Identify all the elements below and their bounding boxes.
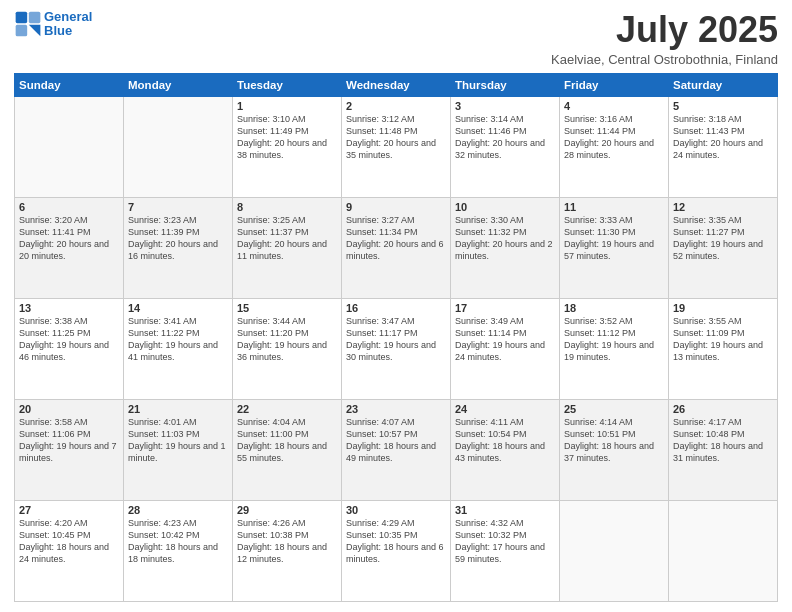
- day-number: 25: [564, 403, 664, 415]
- day-info: Sunrise: 3:16 AM Sunset: 11:44 PM Daylig…: [564, 113, 664, 162]
- day-number: 27: [19, 504, 119, 516]
- day-number: 22: [237, 403, 337, 415]
- day-number: 9: [346, 201, 446, 213]
- day-info: Sunrise: 3:20 AM Sunset: 11:41 PM Daylig…: [19, 214, 119, 263]
- day-number: 7: [128, 201, 228, 213]
- table-row: 21Sunrise: 4:01 AM Sunset: 11:03 PM Dayl…: [124, 399, 233, 500]
- table-row: 9Sunrise: 3:27 AM Sunset: 11:34 PM Dayli…: [342, 197, 451, 298]
- day-info: Sunrise: 3:35 AM Sunset: 11:27 PM Daylig…: [673, 214, 773, 263]
- day-info: Sunrise: 4:23 AM Sunset: 10:42 PM Daylig…: [128, 517, 228, 566]
- table-row: 26Sunrise: 4:17 AM Sunset: 10:48 PM Dayl…: [669, 399, 778, 500]
- day-number: 23: [346, 403, 446, 415]
- day-info: Sunrise: 3:41 AM Sunset: 11:22 PM Daylig…: [128, 315, 228, 364]
- logo: General Blue: [14, 10, 92, 39]
- col-wednesday: Wednesday: [342, 73, 451, 96]
- day-info: Sunrise: 4:11 AM Sunset: 10:54 PM Daylig…: [455, 416, 555, 465]
- month-title: July 2025: [551, 10, 778, 50]
- day-info: Sunrise: 3:12 AM Sunset: 11:48 PM Daylig…: [346, 113, 446, 162]
- logo-text: General Blue: [44, 10, 92, 39]
- day-info: Sunrise: 4:20 AM Sunset: 10:45 PM Daylig…: [19, 517, 119, 566]
- day-info: Sunrise: 3:23 AM Sunset: 11:39 PM Daylig…: [128, 214, 228, 263]
- table-row: 15Sunrise: 3:44 AM Sunset: 11:20 PM Dayl…: [233, 298, 342, 399]
- col-saturday: Saturday: [669, 73, 778, 96]
- calendar-week-row: 27Sunrise: 4:20 AM Sunset: 10:45 PM Dayl…: [15, 500, 778, 601]
- day-number: 13: [19, 302, 119, 314]
- day-number: 11: [564, 201, 664, 213]
- day-info: Sunrise: 4:14 AM Sunset: 10:51 PM Daylig…: [564, 416, 664, 465]
- calendar-week-row: 1Sunrise: 3:10 AM Sunset: 11:49 PM Dayli…: [15, 96, 778, 197]
- day-number: 19: [673, 302, 773, 314]
- table-row: [124, 96, 233, 197]
- table-row: 1Sunrise: 3:10 AM Sunset: 11:49 PM Dayli…: [233, 96, 342, 197]
- col-tuesday: Tuesday: [233, 73, 342, 96]
- calendar-week-row: 13Sunrise: 3:38 AM Sunset: 11:25 PM Dayl…: [15, 298, 778, 399]
- table-row: 5Sunrise: 3:18 AM Sunset: 11:43 PM Dayli…: [669, 96, 778, 197]
- table-row: 18Sunrise: 3:52 AM Sunset: 11:12 PM Dayl…: [560, 298, 669, 399]
- svg-rect-1: [29, 12, 41, 24]
- table-row: 31Sunrise: 4:32 AM Sunset: 10:32 PM Dayl…: [451, 500, 560, 601]
- logo-icon: [14, 10, 42, 38]
- day-info: Sunrise: 4:07 AM Sunset: 10:57 PM Daylig…: [346, 416, 446, 465]
- day-info: Sunrise: 3:27 AM Sunset: 11:34 PM Daylig…: [346, 214, 446, 263]
- day-info: Sunrise: 3:25 AM Sunset: 11:37 PM Daylig…: [237, 214, 337, 263]
- table-row: 16Sunrise: 3:47 AM Sunset: 11:17 PM Dayl…: [342, 298, 451, 399]
- day-number: 12: [673, 201, 773, 213]
- day-number: 2: [346, 100, 446, 112]
- calendar-table: Sunday Monday Tuesday Wednesday Thursday…: [14, 73, 778, 602]
- table-row: 4Sunrise: 3:16 AM Sunset: 11:44 PM Dayli…: [560, 96, 669, 197]
- day-number: 21: [128, 403, 228, 415]
- day-number: 16: [346, 302, 446, 314]
- table-row: [669, 500, 778, 601]
- day-number: 30: [346, 504, 446, 516]
- table-row: 29Sunrise: 4:26 AM Sunset: 10:38 PM Dayl…: [233, 500, 342, 601]
- day-number: 1: [237, 100, 337, 112]
- day-info: Sunrise: 4:01 AM Sunset: 11:03 PM Daylig…: [128, 416, 228, 465]
- day-number: 18: [564, 302, 664, 314]
- table-row: [560, 500, 669, 601]
- day-number: 20: [19, 403, 119, 415]
- day-number: 8: [237, 201, 337, 213]
- calendar-week-row: 6Sunrise: 3:20 AM Sunset: 11:41 PM Dayli…: [15, 197, 778, 298]
- day-info: Sunrise: 4:04 AM Sunset: 11:00 PM Daylig…: [237, 416, 337, 465]
- col-sunday: Sunday: [15, 73, 124, 96]
- table-row: 2Sunrise: 3:12 AM Sunset: 11:48 PM Dayli…: [342, 96, 451, 197]
- day-info: Sunrise: 3:30 AM Sunset: 11:32 PM Daylig…: [455, 214, 555, 263]
- col-friday: Friday: [560, 73, 669, 96]
- table-row: 12Sunrise: 3:35 AM Sunset: 11:27 PM Dayl…: [669, 197, 778, 298]
- day-number: 10: [455, 201, 555, 213]
- table-row: 27Sunrise: 4:20 AM Sunset: 10:45 PM Dayl…: [15, 500, 124, 601]
- table-row: 22Sunrise: 4:04 AM Sunset: 11:00 PM Dayl…: [233, 399, 342, 500]
- svg-marker-3: [29, 25, 41, 37]
- table-row: 11Sunrise: 3:33 AM Sunset: 11:30 PM Dayl…: [560, 197, 669, 298]
- day-info: Sunrise: 4:32 AM Sunset: 10:32 PM Daylig…: [455, 517, 555, 566]
- table-row: 28Sunrise: 4:23 AM Sunset: 10:42 PM Dayl…: [124, 500, 233, 601]
- table-row: 23Sunrise: 4:07 AM Sunset: 10:57 PM Dayl…: [342, 399, 451, 500]
- day-info: Sunrise: 4:17 AM Sunset: 10:48 PM Daylig…: [673, 416, 773, 465]
- table-row: 13Sunrise: 3:38 AM Sunset: 11:25 PM Dayl…: [15, 298, 124, 399]
- day-info: Sunrise: 3:38 AM Sunset: 11:25 PM Daylig…: [19, 315, 119, 364]
- table-row: [15, 96, 124, 197]
- day-number: 5: [673, 100, 773, 112]
- table-row: 25Sunrise: 4:14 AM Sunset: 10:51 PM Dayl…: [560, 399, 669, 500]
- day-number: 17: [455, 302, 555, 314]
- svg-rect-2: [16, 25, 28, 37]
- table-row: 14Sunrise: 3:41 AM Sunset: 11:22 PM Dayl…: [124, 298, 233, 399]
- day-info: Sunrise: 3:52 AM Sunset: 11:12 PM Daylig…: [564, 315, 664, 364]
- table-row: 6Sunrise: 3:20 AM Sunset: 11:41 PM Dayli…: [15, 197, 124, 298]
- day-number: 24: [455, 403, 555, 415]
- day-info: Sunrise: 3:14 AM Sunset: 11:46 PM Daylig…: [455, 113, 555, 162]
- day-number: 6: [19, 201, 119, 213]
- header: General Blue July 2025 Kaelviae, Central…: [14, 10, 778, 67]
- table-row: 7Sunrise: 3:23 AM Sunset: 11:39 PM Dayli…: [124, 197, 233, 298]
- day-info: Sunrise: 3:44 AM Sunset: 11:20 PM Daylig…: [237, 315, 337, 364]
- day-info: Sunrise: 3:33 AM Sunset: 11:30 PM Daylig…: [564, 214, 664, 263]
- col-monday: Monday: [124, 73, 233, 96]
- table-row: 17Sunrise: 3:49 AM Sunset: 11:14 PM Dayl…: [451, 298, 560, 399]
- day-info: Sunrise: 3:47 AM Sunset: 11:17 PM Daylig…: [346, 315, 446, 364]
- day-number: 15: [237, 302, 337, 314]
- col-thursday: Thursday: [451, 73, 560, 96]
- day-number: 14: [128, 302, 228, 314]
- location: Kaelviae, Central Ostrobothnia, Finland: [551, 52, 778, 67]
- day-number: 28: [128, 504, 228, 516]
- table-row: 30Sunrise: 4:29 AM Sunset: 10:35 PM Dayl…: [342, 500, 451, 601]
